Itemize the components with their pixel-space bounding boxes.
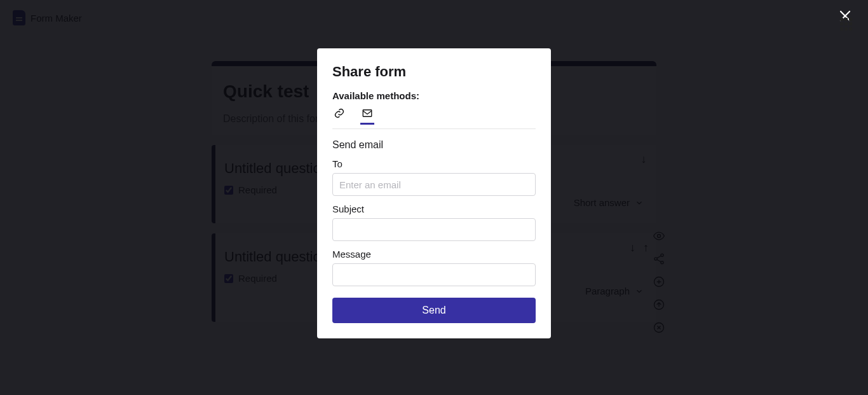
tab-email[interactable]	[360, 107, 374, 125]
subject-input[interactable]	[332, 218, 536, 241]
link-icon	[332, 107, 346, 119]
subject-label: Subject	[332, 204, 536, 214]
to-input[interactable]	[332, 173, 536, 196]
apps-grid-icon	[840, 18, 853, 31]
message-label: Message	[332, 249, 536, 260]
svg-rect-7	[363, 110, 372, 117]
send-button[interactable]: Send	[332, 298, 536, 323]
modal-overlay[interactable]: Share form Available methods: Send email…	[0, 0, 868, 395]
tab-link[interactable]	[332, 107, 346, 125]
mail-icon	[360, 107, 374, 119]
to-label: To	[332, 158, 536, 169]
share-modal: Share form Available methods: Send email…	[317, 48, 551, 338]
modal-title: Share form	[332, 64, 536, 80]
methods-label: Available methods:	[332, 90, 536, 101]
send-email-heading: Send email	[332, 139, 536, 151]
share-method-tabs	[332, 107, 536, 129]
apps-button[interactable]	[840, 18, 853, 31]
message-input[interactable]	[332, 263, 536, 286]
